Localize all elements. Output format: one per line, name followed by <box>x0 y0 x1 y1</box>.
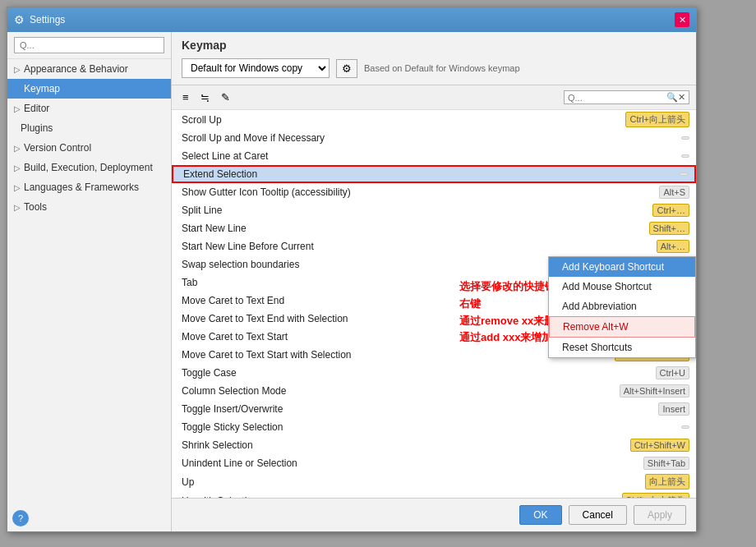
expand-arrow-build-icon: ▷ <box>14 163 21 172</box>
keymap-gear-button[interactable]: ⚙ <box>336 59 357 78</box>
collapse-all-button[interactable]: ≒ <box>196 89 214 106</box>
item-name: Unindent Line or Selection <box>182 457 297 469</box>
item-name: Select Line at Caret <box>182 150 268 162</box>
keymap-based-text: Based on Default for Windows keymap <box>364 63 520 73</box>
sidebar-search-input[interactable] <box>14 37 164 53</box>
item-name: Move Caret to Text Start with Selection <box>182 349 352 361</box>
item-shortcut <box>681 136 689 140</box>
item-name: Move Caret to Text End with Selection <box>182 313 348 324</box>
expand-arrow-vc-icon: ▷ <box>14 144 21 153</box>
list-item[interactable]: Toggle Insert/Overwrite Insert <box>172 400 696 418</box>
list-item[interactable]: Column Selection Mode Alt+Shift+Insert <box>172 382 696 400</box>
list-item[interactable]: Unindent Line or Selection Shift+Tab <box>172 454 696 472</box>
sidebar-item-lang-label: Languages & Frameworks <box>24 182 139 193</box>
item-shortcut: 向上箭头 <box>645 474 689 490</box>
ctx-add-abbreviation[interactable]: Add Abbreviation <box>549 296 695 316</box>
ctx-add-mouse[interactable]: Add Mouse Shortcut <box>549 277 695 296</box>
sidebar-item-appearance-label: Appearance & Behavior <box>24 63 128 75</box>
sidebar-item-vc-label: Version Control <box>24 142 91 154</box>
item-shortcut: Ctrl+… <box>652 204 689 217</box>
keymap-bar: Default for Windows copy ⚙ Based on Defa… <box>182 58 686 78</box>
list-item[interactable]: Up 向上箭头 <box>172 472 696 491</box>
list-item[interactable]: Start New Line Before Current Alt+… <box>172 237 696 255</box>
sidebar-item-build-label: Build, Execution, Deployment <box>24 162 153 173</box>
expand-arrow-lang-icon: ▷ <box>14 183 21 192</box>
main-title: Keymap <box>182 39 686 52</box>
sidebar-bottom: ? <box>7 505 171 531</box>
item-name: Start New Line Before Current <box>182 241 314 252</box>
window-title: Settings <box>30 14 65 25</box>
item-name: Extend Selection <box>183 168 257 180</box>
item-name: Scroll Up and Move if Necessary <box>182 132 325 144</box>
content-area: ▷Appearance & Behavior Keymap ▷Editor Pl… <box>7 32 696 531</box>
keymap-toolbar: ≡ ≒ ✎ 🔍 ✕ <box>172 85 696 110</box>
item-name: Split Line <box>182 205 222 216</box>
item-name: Toggle Case <box>182 367 237 379</box>
context-menu: Add Keyboard Shortcut Add Mouse Shortcut… <box>548 256 696 358</box>
list-item[interactable]: Up with Selection Shift+向上箭头 <box>172 491 696 498</box>
expand-all-button[interactable]: ≡ <box>178 89 193 106</box>
item-name: Tab <box>182 277 197 288</box>
list-item[interactable]: Scroll Up and Move if Necessary <box>172 129 696 147</box>
ctx-remove[interactable]: Remove Alt+W <box>549 316 695 338</box>
item-name: Move Caret to Text End <box>182 295 284 306</box>
sidebar-item-keymap-label: Keymap <box>24 83 60 94</box>
sidebar-item-tools-label: Tools <box>24 201 47 213</box>
sidebar-item-appearance[interactable]: ▷Appearance & Behavior <box>7 59 171 79</box>
item-name: Show Gutter Icon Tooltip (accessibility) <box>182 186 351 198</box>
list-item[interactable]: Shrink Selection Ctrl+Shift+W <box>172 436 696 454</box>
item-shortcut: Ctrl+U <box>656 366 689 379</box>
expand-arrow-editor-icon: ▷ <box>14 104 21 113</box>
item-shortcut <box>681 425 689 429</box>
list-item[interactable]: Toggle Case Ctrl+U <box>172 364 696 382</box>
list-item[interactable]: Split Line Ctrl+… <box>172 201 696 219</box>
keymap-list: Scroll Up Ctrl+向上箭头 Scroll Up and Move i… <box>172 110 696 498</box>
sidebar-item-plugins[interactable]: Plugins <box>7 118 171 138</box>
search-button[interactable]: 🔍 <box>666 92 678 103</box>
help-button[interactable]: ? <box>12 510 29 526</box>
clear-search-button[interactable]: ✕ <box>678 92 685 103</box>
list-item[interactable]: Toggle Sticky Selection <box>172 418 696 436</box>
list-item[interactable]: Select Line at Caret <box>172 147 696 165</box>
search-box: 🔍 ✕ <box>564 90 689 104</box>
keymap-search-input[interactable] <box>568 93 666 103</box>
expand-arrow-tools-icon: ▷ <box>14 203 21 212</box>
list-item[interactable]: Scroll Up Ctrl+向上箭头 <box>172 110 696 129</box>
item-shortcut: Shift+Tab <box>643 457 689 470</box>
apply-button[interactable]: Apply <box>634 505 686 525</box>
keymap-select[interactable]: Default for Windows copy <box>182 58 330 78</box>
list-item[interactable]: Show Gutter Icon Tooltip (accessibility)… <box>172 183 696 201</box>
item-name: Column Selection Mode <box>182 385 286 397</box>
sidebar-item-keymap[interactable]: Keymap <box>7 79 171 99</box>
sidebar-search-area <box>7 32 171 59</box>
close-button[interactable]: ✕ <box>675 12 689 27</box>
sidebar-item-editor-label: Editor <box>24 103 49 114</box>
item-shortcut: Insert <box>658 402 689 416</box>
sidebar-item-build[interactable]: ▷Build, Execution, Deployment <box>7 158 171 177</box>
ctx-reset[interactable]: Reset Shortcuts <box>549 338 695 357</box>
footer: OK Cancel Apply <box>172 498 696 531</box>
ctx-add-keyboard[interactable]: Add Keyboard Shortcut <box>549 257 695 277</box>
cancel-button[interactable]: Cancel <box>569 505 627 525</box>
item-name: Scroll Up <box>182 114 222 126</box>
settings-icon: ⚙ <box>14 13 25 26</box>
item-name: Toggle Sticky Selection <box>182 421 283 433</box>
title-bar: ⚙ Settings ✕ <box>7 7 696 32</box>
item-shortcut <box>681 154 689 158</box>
item-shortcut: Alt+S <box>659 186 689 199</box>
sidebar-item-tools[interactable]: ▷Tools <box>7 197 171 217</box>
ok-button[interactable]: OK <box>519 505 561 525</box>
title-bar-left: ⚙ Settings <box>14 13 65 26</box>
item-name: Shrink Selection <box>182 439 253 451</box>
settings-window: ⚙ Settings ✕ ▷Appearance & Behavior Keym… <box>7 7 697 532</box>
item-name: Up <box>182 476 194 488</box>
main-panel: Keymap Default for Windows copy ⚙ Based … <box>172 32 696 531</box>
sidebar-item-languages[interactable]: ▷Languages & Frameworks <box>7 177 171 197</box>
item-name: Move Caret to Text Start <box>182 331 288 342</box>
item-shortcut <box>680 172 688 176</box>
sidebar-item-version-control[interactable]: ▷Version Control <box>7 138 171 158</box>
list-item-extend-selection[interactable]: Extend Selection <box>172 165 696 183</box>
list-item[interactable]: Start New Line Shift+… <box>172 219 696 237</box>
sidebar-item-editor[interactable]: ▷Editor <box>7 99 171 118</box>
edit-button[interactable]: ✎ <box>217 89 234 106</box>
